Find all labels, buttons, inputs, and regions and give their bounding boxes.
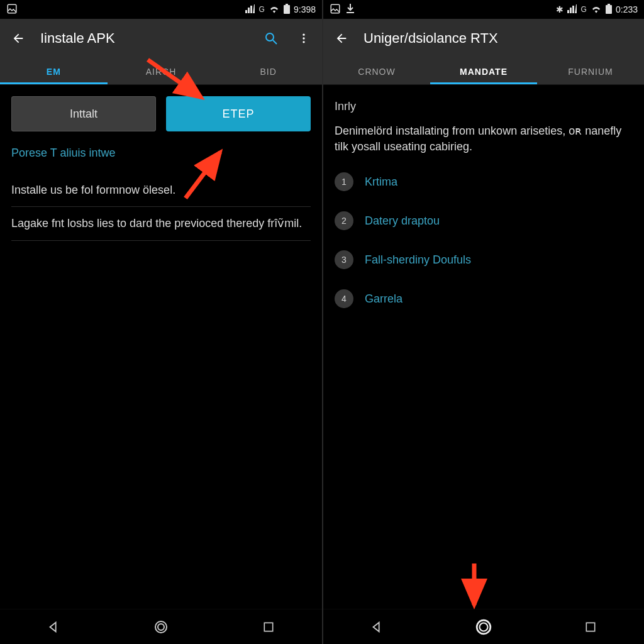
step-list: 1Krtima 2Datery draptou 3Fall-sherdiny D… <box>335 172 633 308</box>
tab-label: MANDATE <box>460 67 508 77</box>
nav-recent-icon[interactable] <box>260 618 277 636</box>
back-icon[interactable] <box>331 28 352 49</box>
content-area: Inrly Denimelörd installating from unkow… <box>323 85 644 609</box>
section-heading: Inrly <box>335 100 633 113</box>
svg-line-4 <box>273 40 277 44</box>
app-bar: Uniger/dsiolance RTX <box>323 19 644 58</box>
list-item[interactable]: 4Garrela <box>335 289 633 308</box>
data-icon: G <box>581 5 587 14</box>
svg-rect-12 <box>606 5 612 14</box>
step-label: Fall-sherdiny Doufuls <box>365 253 471 267</box>
step-button[interactable]: ETEP <box>166 96 311 131</box>
step-label: Datery draptou <box>365 214 440 228</box>
tab-label: BID <box>260 67 277 77</box>
tab-label: EM <box>47 67 61 77</box>
battery-icon <box>284 4 290 16</box>
page-title: Iinstale APK <box>40 30 115 47</box>
svg-point-9 <box>158 624 164 630</box>
battery-icon <box>606 4 612 16</box>
nav-back-icon[interactable] <box>368 618 386 636</box>
tab-bar: EM AIRCH BID <box>0 58 322 85</box>
svg-rect-10 <box>264 623 272 631</box>
status-bar: G 9:398 <box>0 0 322 19</box>
svg-rect-11 <box>331 4 340 13</box>
nav-bar <box>323 609 644 644</box>
list-item[interactable]: 3Fall-sherdiny Doufuls <box>335 250 633 269</box>
tab-bar: CRNOW MANDATE FURNIUM <box>323 58 644 85</box>
svg-rect-2 <box>286 4 288 5</box>
tab-em[interactable]: EM <box>0 58 108 84</box>
overflow-icon[interactable] <box>293 28 314 49</box>
search-icon[interactable] <box>260 28 282 49</box>
status-time: 0:233 <box>616 4 638 14</box>
link-line[interactable]: Porese T aliuis intwe <box>11 147 311 160</box>
step-number: 3 <box>335 250 353 269</box>
signal-icon <box>245 4 255 15</box>
wifi-icon <box>591 4 602 15</box>
step-label: Garrela <box>365 292 402 306</box>
svg-rect-0 <box>8 4 16 13</box>
svg-point-7 <box>303 41 304 43</box>
tab-crnow[interactable]: CRNOW <box>323 58 430 84</box>
tab-bid[interactable]: BID <box>214 58 322 84</box>
content-area: Inttalt ETEP Porese T aliuis intwe Insta… <box>0 85 322 609</box>
svg-point-15 <box>480 623 488 631</box>
svg-rect-13 <box>608 4 610 5</box>
description-text: Denimelörd installating from unkown aris… <box>335 123 633 155</box>
button-label: Inttalt <box>70 108 97 121</box>
signal-icon <box>567 4 577 15</box>
svg-point-6 <box>303 37 304 39</box>
data-icon: G <box>259 5 265 14</box>
picture-icon <box>330 3 341 16</box>
app-bar: Iinstale APK <box>0 19 322 58</box>
back-icon[interactable] <box>8 28 29 49</box>
nav-home-icon[interactable] <box>475 618 492 636</box>
svg-rect-1 <box>284 5 290 14</box>
button-row: Inttalt ETEP <box>11 96 311 131</box>
step-number: 2 <box>335 211 353 230</box>
tab-label: FURNIUM <box>568 67 613 77</box>
screenshot-right: ✱ G 0:233 Uniger/dsiolance RTX CRNOW MAN… <box>322 0 644 644</box>
nav-bar <box>0 609 322 644</box>
nav-home-icon[interactable] <box>152 618 170 636</box>
nav-recent-icon[interactable] <box>582 618 599 636</box>
install-button[interactable]: Inttalt <box>11 96 156 131</box>
nav-back-icon[interactable] <box>45 618 62 636</box>
screenshot-left: G 9:398 Iinstale APK EM AIRCH BID Intta <box>0 0 322 644</box>
step-label: Krtima <box>365 175 397 189</box>
tab-mandate[interactable]: MANDATE <box>430 58 537 84</box>
step-number: 4 <box>335 289 353 308</box>
button-label: ETEP <box>222 108 254 121</box>
picture-icon <box>6 3 18 16</box>
annotation-arrow-icon <box>455 558 493 615</box>
paragraph: Lagake fnt losbs lies to dard the previo… <box>11 207 311 240</box>
paragraph: Installe us be fol formnow ölesel. <box>11 174 311 207</box>
tab-label: CRNOW <box>358 67 395 77</box>
bug-icon: ✱ <box>556 4 564 14</box>
list-item[interactable]: 1Krtima <box>335 172 633 191</box>
page-title: Uniger/dsiolance RTX <box>364 30 498 47</box>
tab-furnium[interactable]: FURNIUM <box>537 58 644 84</box>
svg-point-8 <box>155 621 167 633</box>
svg-point-5 <box>303 34 304 36</box>
svg-rect-16 <box>586 623 594 631</box>
step-number: 1 <box>335 172 353 191</box>
status-bar: ✱ G 0:233 <box>323 0 644 19</box>
tab-airch[interactable]: AIRCH <box>108 58 215 84</box>
list-item[interactable]: 2Datery draptou <box>335 211 633 230</box>
wifi-icon <box>269 4 280 15</box>
status-time: 9:398 <box>294 4 316 14</box>
tab-label: AIRCH <box>146 67 177 77</box>
download-icon <box>346 4 355 16</box>
svg-point-3 <box>266 33 274 41</box>
